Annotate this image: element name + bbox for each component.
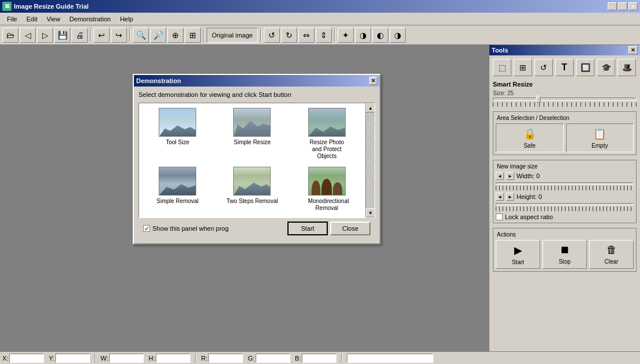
smart-resize-thumb[interactable] xyxy=(536,96,541,103)
g-field: G: xyxy=(248,354,290,363)
main-area: Demonstration ✕ Select demonstration for… xyxy=(0,45,640,351)
empty-button[interactable]: 📋 Empty xyxy=(566,123,634,152)
menu-view[interactable]: View xyxy=(42,14,65,24)
r-input[interactable] xyxy=(208,354,243,363)
demo-thumb-3 xyxy=(308,108,346,137)
scroll-up-button[interactable]: ▲ xyxy=(366,103,375,112)
g-input[interactable] xyxy=(256,354,290,363)
demo-thumb-1 xyxy=(159,108,196,137)
demo-item-two-steps[interactable]: Two Steps Removal xyxy=(218,167,286,212)
separator-5 xyxy=(334,29,335,42)
redo-button[interactable]: ↪ xyxy=(111,28,127,43)
selection-tool[interactable]: ⬚ xyxy=(493,59,511,76)
close-button[interactable]: ✕ xyxy=(628,2,638,10)
actions-clear-button[interactable]: 🗑 Clear xyxy=(589,240,634,269)
separator-3 xyxy=(203,29,204,42)
start-icon: ▶ xyxy=(514,244,522,257)
dialog-title: Demonstration xyxy=(136,77,181,84)
demo-label-4: Simple Removal xyxy=(156,198,199,204)
menu-help[interactable]: Help xyxy=(115,14,138,24)
height-label: Height: 0 xyxy=(517,193,634,200)
rotate-cw-button[interactable]: ↻ xyxy=(281,28,297,43)
safe-button[interactable]: 🔒 Safe xyxy=(496,123,564,152)
undo-tool[interactable]: ↺ xyxy=(534,59,553,76)
dialog-list[interactable]: Tool Size Simple Resize xyxy=(139,103,375,218)
tools-close-button[interactable]: ✕ xyxy=(628,46,638,54)
w-input[interactable] xyxy=(109,354,144,363)
demo-label-2: Simple Resize xyxy=(234,139,271,145)
color1-button[interactable]: ◐ xyxy=(372,28,388,43)
demo-thumb-2 xyxy=(233,108,271,137)
dialog-close-button[interactable]: ✕ xyxy=(369,77,377,85)
y-input[interactable] xyxy=(55,354,90,363)
zoom-out-button[interactable]: 🔎 xyxy=(150,28,166,43)
color2-button[interactable]: ◑ xyxy=(390,28,406,43)
area-buttons: 🔒 Safe 📋 Empty xyxy=(496,123,634,152)
title-bar-left: 🖼 Image Resize Guide Trial xyxy=(2,2,89,11)
area-selection-title: Area Selection / Deselection xyxy=(496,115,571,121)
b-label: B: xyxy=(295,355,301,362)
scroll-track[interactable] xyxy=(366,112,375,208)
rotate-ccw-button[interactable]: ↺ xyxy=(264,28,280,43)
dialog-buttons: Start Close xyxy=(287,222,370,235)
lock-aspect-checkbox[interactable] xyxy=(496,213,503,220)
width-decrease-button[interactable]: ◄ xyxy=(496,172,504,180)
extra-status-input[interactable] xyxy=(347,354,433,363)
status-sep-2 xyxy=(195,354,196,363)
brightness-button[interactable]: ✦ xyxy=(338,28,354,43)
original-image-button[interactable]: Original image xyxy=(207,28,258,43)
lasso-tool[interactable]: 🔲 xyxy=(576,59,594,76)
width-increase-button[interactable]: ► xyxy=(506,172,514,180)
scroll-down-button[interactable]: ▼ xyxy=(366,208,375,217)
contrast-button[interactable]: ◑ xyxy=(355,28,371,43)
height-decrease-button[interactable]: ◄ xyxy=(496,193,504,201)
demo-item-simple-resize[interactable]: Simple Resize xyxy=(218,108,286,160)
menu-edit[interactable]: Edit xyxy=(22,14,42,24)
show-panel-checkbox-row[interactable]: ✓ Show this panel when prog xyxy=(143,225,229,232)
flip-v-button[interactable]: ⇕ xyxy=(316,28,332,43)
y-field: Y: xyxy=(48,354,90,363)
minimize-button[interactable]: ─ xyxy=(608,2,617,10)
x-input[interactable] xyxy=(9,354,44,363)
magic-tool[interactable]: 🎩 xyxy=(617,59,636,76)
area-selection-section: Area Selection / Deselection 🔒 Safe 📋 Em… xyxy=(493,111,637,155)
zoom-select-button[interactable]: ⊞ xyxy=(185,28,201,43)
actions-stop-button[interactable]: ⏹ Stop xyxy=(542,240,587,269)
demo-item-resize-photo[interactable]: Resize Photo and Protect Objects xyxy=(293,108,361,160)
maximize-button[interactable]: □ xyxy=(618,2,627,10)
dialog-start-button[interactable]: Start xyxy=(287,222,328,235)
show-panel-checkbox[interactable]: ✓ xyxy=(143,225,150,232)
actions-start-button[interactable]: ▶ Start xyxy=(496,240,540,269)
demo-item-simple-removal[interactable]: Simple Removal xyxy=(144,167,211,212)
smart-resize-slider[interactable] xyxy=(493,97,637,107)
demo-item-tool-size[interactable]: Tool Size xyxy=(144,108,211,160)
smart-resize-ruler xyxy=(493,102,637,107)
flip-h-button[interactable]: ⇔ xyxy=(298,28,315,43)
h-input[interactable] xyxy=(156,354,190,363)
print-button[interactable]: 🖨 xyxy=(72,28,88,43)
undo-button[interactable]: ↩ xyxy=(93,28,110,43)
height-slider[interactable] xyxy=(496,203,634,205)
demonstration-dialog: Demonstration ✕ Select demonstration for… xyxy=(133,74,381,245)
width-slider[interactable] xyxy=(496,182,634,185)
forward-button[interactable]: ▷ xyxy=(37,28,53,43)
menu-demonstration[interactable]: Demonstration xyxy=(65,14,115,24)
height-increase-button[interactable]: ► xyxy=(506,193,514,201)
demo-item-monodirectional[interactable]: Monodirectional Removal xyxy=(293,167,361,212)
dialog-title-bar: Demonstration ✕ xyxy=(134,75,380,87)
width-label: Width: 0 xyxy=(517,172,634,179)
open-button[interactable]: 🗁 xyxy=(2,28,18,43)
b-input[interactable] xyxy=(302,354,336,363)
window-title: Image Resize Guide Trial xyxy=(14,3,89,10)
dialog-scrollbar[interactable]: ▲ ▼ xyxy=(365,103,375,217)
separator-2 xyxy=(129,29,130,42)
zoom-in-button[interactable]: 🔍 xyxy=(133,28,149,43)
back-button[interactable]: ◁ xyxy=(20,28,36,43)
dialog-close-button[interactable]: Close xyxy=(330,222,370,235)
zoom-fit-button[interactable]: ⊕ xyxy=(167,28,184,43)
menu-file[interactable]: File xyxy=(2,14,22,24)
grid-tool[interactable]: ⊞ xyxy=(514,59,532,76)
text-tool[interactable]: T xyxy=(555,59,574,76)
wand-tool[interactable]: 🎓 xyxy=(597,59,615,76)
save-button[interactable]: 💾 xyxy=(54,28,70,43)
